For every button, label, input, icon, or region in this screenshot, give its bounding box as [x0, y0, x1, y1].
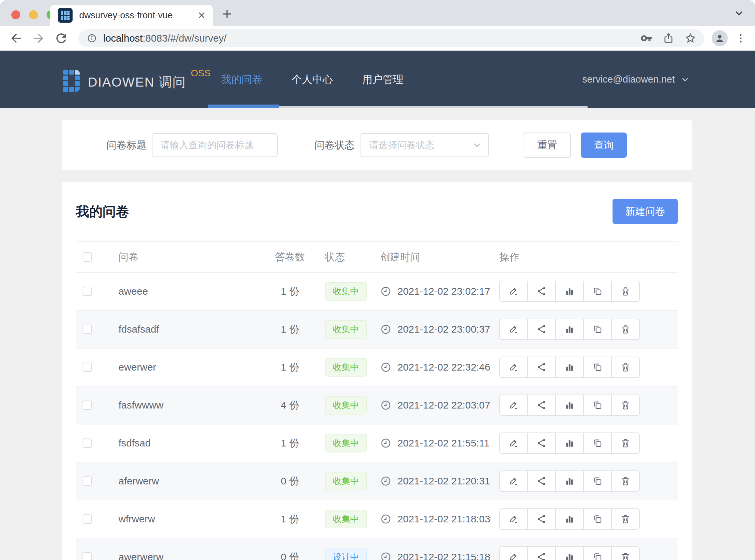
created-time: 2021-12-02 23:00:37 — [397, 324, 490, 335]
copy-button[interactable] — [583, 395, 612, 416]
close-window-icon[interactable] — [11, 10, 20, 19]
user-menu[interactable]: service@diaowen.net — [582, 51, 690, 108]
share-button[interactable] — [527, 357, 556, 378]
copy-button[interactable] — [583, 471, 612, 492]
create-survey-button[interactable]: 新建问卷 — [613, 199, 678, 224]
survey-status-select-input[interactable] — [361, 133, 489, 157]
copy-button[interactable] — [583, 546, 612, 560]
copy-button[interactable] — [583, 508, 612, 530]
site-info-icon[interactable] — [86, 33, 97, 44]
stats-icon — [564, 552, 575, 560]
share-button[interactable] — [527, 508, 556, 530]
row-checkbox[interactable] — [83, 552, 92, 560]
reset-button[interactable]: 重置 — [524, 133, 571, 158]
edit-button[interactable] — [499, 546, 528, 560]
copy-icon — [592, 552, 603, 560]
status-badge: 收集中 — [325, 472, 367, 491]
browser-menu-icon[interactable] — [735, 33, 746, 44]
edit-button[interactable] — [499, 357, 528, 378]
delete-button[interactable] — [611, 508, 640, 530]
back-icon[interactable] — [9, 31, 23, 46]
search-button[interactable]: 查询 — [581, 133, 627, 158]
edit-button[interactable] — [499, 281, 528, 302]
stats-button[interactable] — [555, 395, 584, 416]
survey-status-select[interactable] — [361, 133, 489, 157]
share-button[interactable] — [527, 471, 556, 492]
clock-icon — [380, 362, 391, 373]
row-checkbox[interactable] — [83, 401, 92, 410]
row-checkbox[interactable] — [83, 439, 92, 448]
edit-icon — [508, 400, 519, 411]
stats-button[interactable] — [555, 319, 584, 340]
new-tab-icon[interactable] — [220, 7, 234, 21]
created-time: 2021-12-02 21:20:31 — [397, 476, 490, 487]
profile-avatar[interactable] — [712, 30, 728, 46]
row-checkbox[interactable] — [83, 325, 92, 334]
stats-button[interactable] — [555, 281, 584, 302]
table-row: fsdfsad 1 份 收集中 2021-12-02 21:55:11 — [76, 424, 678, 462]
tab-close-icon[interactable]: × — [198, 9, 205, 21]
edit-button[interactable] — [499, 471, 528, 492]
tab-search-chevron-icon[interactable] — [733, 7, 745, 19]
list-header: 我的问卷 新建问卷 — [76, 182, 678, 224]
share-button[interactable] — [527, 395, 556, 416]
copy-button[interactable] — [583, 433, 612, 454]
delete-button[interactable] — [611, 546, 640, 560]
reload-icon[interactable] — [54, 31, 68, 46]
nav-tab-profile[interactable]: 个人中心 — [292, 73, 333, 86]
browser-tab[interactable]: dwsurvey-oss-front-vue × — [50, 5, 213, 26]
row-checkbox[interactable] — [83, 476, 92, 486]
forward-icon[interactable] — [31, 31, 46, 46]
row-actions — [499, 433, 678, 454]
share-page-icon[interactable] — [662, 32, 674, 44]
survey-name: awerwerw — [119, 551, 163, 560]
delete-button[interactable] — [611, 433, 640, 454]
share-button[interactable] — [527, 433, 556, 454]
share-button[interactable] — [527, 319, 556, 340]
edit-button[interactable] — [499, 319, 528, 340]
stats-button[interactable] — [555, 357, 584, 378]
minimize-window-icon[interactable] — [29, 10, 38, 19]
share-icon — [536, 552, 547, 560]
delete-icon — [620, 514, 631, 524]
stats-button[interactable] — [555, 433, 584, 454]
survey-title-label: 问卷标题 — [106, 139, 146, 152]
row-checkbox[interactable] — [83, 363, 92, 372]
stats-button[interactable] — [555, 471, 584, 492]
copy-button[interactable] — [583, 281, 612, 302]
browser-window: dwsurvey-oss-front-vue × localhost:8083/… — [0, 0, 755, 560]
select-all-checkbox[interactable] — [83, 252, 92, 262]
nav-tab-user-management[interactable]: 用户管理 — [362, 73, 404, 86]
delete-button[interactable] — [611, 357, 640, 378]
edit-button[interactable] — [499, 508, 528, 530]
survey-name: aweee — [119, 286, 148, 297]
row-checkbox[interactable] — [83, 514, 92, 524]
url-bar[interactable]: localhost:8083/#/dw/survey/ — [79, 29, 705, 47]
app-header: DIAOWEN 调问 OSS 我的问卷个人中心用户管理 service@diao… — [0, 51, 755, 108]
nav-tab-my-surveys[interactable]: 我的问卷 — [221, 73, 262, 86]
copy-button[interactable] — [583, 357, 612, 378]
survey-title-input[interactable] — [152, 133, 278, 157]
copy-button[interactable] — [583, 319, 612, 340]
delete-button[interactable] — [611, 395, 640, 416]
stats-button[interactable] — [555, 508, 584, 530]
delete-button[interactable] — [611, 319, 640, 340]
edit-button[interactable] — [499, 395, 528, 416]
window-controls[interactable] — [11, 10, 56, 19]
share-button[interactable] — [527, 546, 556, 560]
table-body: aweee 1 份 收集中 2021-12-02 23:02:17 fdsafs… — [76, 273, 678, 560]
survey-status-label: 问卷状态 — [314, 139, 354, 152]
edit-icon — [508, 438, 519, 448]
status-badge: 设计中 — [325, 548, 367, 560]
stats-button[interactable] — [555, 546, 584, 560]
answer-count: 1 份 — [272, 513, 308, 526]
delete-button[interactable] — [611, 281, 640, 302]
row-checkbox[interactable] — [83, 287, 92, 296]
table-row: ewerwer 1 份 收集中 2021-12-02 22:32:46 — [76, 348, 678, 386]
share-button[interactable] — [527, 281, 556, 302]
password-key-icon[interactable] — [640, 32, 652, 44]
edit-icon — [508, 324, 519, 335]
edit-button[interactable] — [499, 433, 528, 454]
delete-button[interactable] — [611, 471, 640, 492]
bookmark-star-icon[interactable] — [685, 32, 696, 44]
